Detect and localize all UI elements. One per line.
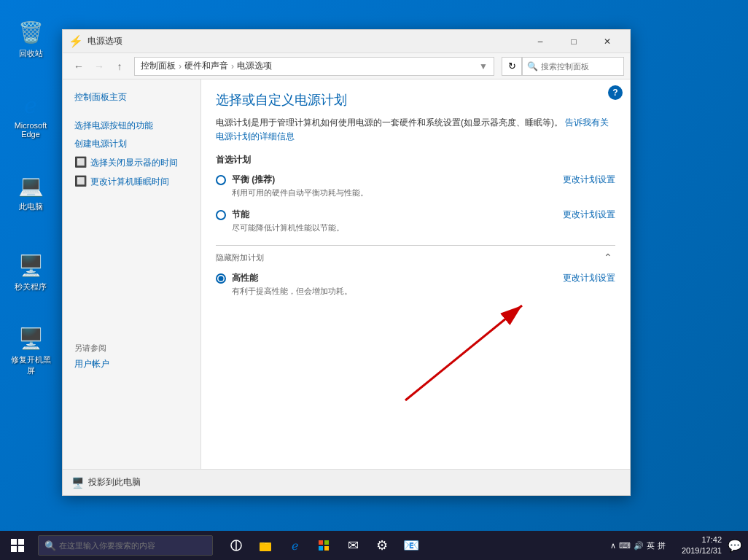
annotation-arrow — [347, 284, 551, 415]
plan-power-saver-name: 节能 — [232, 209, 344, 221]
close-button[interactable]: ✕ — [591, 30, 624, 53]
sidebar-create-plan[interactable]: 创建电源计划 — [63, 135, 200, 153]
plan-high-perf-desc: 有利于提高性能，但会增加功耗。 — [232, 286, 352, 297]
taskbar-search-input[interactable] — [59, 541, 206, 550]
svg-rect-3 — [18, 539, 24, 545]
taskbar: 🔍 ℯ — [0, 531, 748, 560]
mail-button[interactable]: ✉ — [338, 531, 367, 560]
title-bar-controls: – □ ✕ — [523, 30, 624, 53]
content-area: 控制面板主页 选择电源按钮的功能 创建电源计划 🔲 选择关闭显示器的时间 🔲 更… — [63, 79, 630, 469]
power-options-window: ⚡ 电源选项 – □ ✕ ← → ↑ 控制面板 › 硬件和声音 › 电源选项 ▼… — [62, 29, 631, 496]
help-button[interactable]: ? — [608, 85, 623, 100]
refresh-button[interactable]: ↻ — [502, 57, 522, 76]
svg-line-1 — [405, 306, 522, 400]
minimize-button[interactable]: – — [523, 30, 557, 53]
breadcrumb-power: 电源选项 — [237, 60, 272, 72]
collapse-button[interactable]: ⌃ — [601, 250, 615, 265]
task-view-icon — [230, 539, 243, 552]
edge-icon[interactable]: ℯ Microsoft Edge — [7, 88, 54, 141]
tray-keyboard[interactable]: ⌨ — [619, 541, 631, 551]
sidebar-sleep-time[interactable]: 🔲 更改计算机睡眠时间 — [63, 172, 200, 191]
taskbar-search-bar[interactable]: 🔍 — [38, 535, 213, 556]
settings-button[interactable]: ⚙ — [367, 531, 397, 560]
start-button[interactable] — [0, 531, 35, 560]
preferred-plans-label: 首选计划 — [216, 154, 615, 166]
my-computer-icon[interactable]: 💻 此电脑 — [7, 168, 54, 215]
main-panel: ? 选择或自定义电源计划 电源计划是用于管理计算机如何使用电源的一套硬件和系统设… — [201, 79, 630, 469]
radio-balanced[interactable] — [216, 175, 226, 185]
taskbar-search-icon: 🔍 — [44, 540, 56, 551]
radio-high-performance[interactable] — [216, 273, 226, 284]
quick-app-icon[interactable]: 🖥️ 秒关程序 — [7, 248, 54, 295]
sidebar-user-account[interactable]: 用户帐户 — [63, 355, 200, 373]
sidebar-home[interactable]: 控制面板主页 — [63, 88, 200, 106]
tray-input-method[interactable]: 拼 — [658, 540, 666, 551]
svg-rect-9 — [319, 540, 323, 545]
file-explorer-icon — [259, 539, 272, 552]
fix-boot-icon[interactable]: 🖥️ 修复开机黑屏 — [7, 321, 54, 379]
up-button[interactable]: ↑ — [109, 56, 130, 77]
search-bar[interactable]: 🔍 — [522, 57, 624, 76]
date-display: 2019/12/31 — [682, 545, 722, 556]
plan-balanced-name: 平衡 (推荐) — [232, 174, 368, 186]
svg-rect-4 — [11, 546, 17, 552]
main-desc: 电源计划是用于管理计算机如何使用电源的一套硬件和系统设置(如显示器亮度、睡眠等)… — [216, 116, 615, 144]
hidden-section-title: 隐藏附加计划 — [216, 252, 264, 263]
quick-app-label: 秒关程序 — [15, 281, 47, 292]
clock[interactable]: 17:42 2019/12/31 — [676, 534, 728, 557]
svg-rect-12 — [324, 546, 329, 551]
display-icon: 🔲 — [74, 156, 87, 169]
plan-balanced-settings[interactable]: 更改计划设置 — [563, 174, 615, 186]
file-explorer-button[interactable] — [251, 531, 280, 560]
main-title: 选择或自定义电源计划 — [216, 91, 615, 109]
store-icon — [317, 539, 330, 552]
edge-label: Microsoft Edge — [10, 121, 51, 139]
notification-button[interactable]: 💬 — [728, 539, 742, 553]
tray-volume[interactable]: 🔊 — [634, 541, 644, 551]
plan-high-perf-name: 高性能 — [232, 272, 352, 284]
tray-expand[interactable]: ∧ — [610, 541, 616, 551]
task-view-button[interactable] — [222, 531, 251, 560]
search-icon: 🔍 — [527, 61, 538, 71]
maximize-button[interactable]: □ — [557, 30, 591, 53]
radio-power-saver[interactable] — [216, 210, 226, 220]
plan-balanced: 平衡 (推荐) 利用可用的硬件自动平衡功耗与性能。 更改计划设置 — [216, 174, 615, 198]
forward-button[interactable]: → — [89, 56, 109, 77]
plan-high-perf-settings[interactable]: 更改计划设置 — [563, 272, 615, 284]
also-section-label: 另请参阅 — [63, 337, 200, 355]
windows-logo-icon — [10, 538, 25, 553]
hidden-plans-section: 隐藏附加计划 ⌃ 高性能 有利于提高性能，但会增加功耗。 — [216, 245, 615, 297]
project-icon: 🖥️ — [71, 477, 84, 489]
recycle-bin-icon[interactable]: 🗑️ 回收站 — [7, 15, 54, 62]
taskbar-right: ∧ ⌨ 🔊 英 拼 17:42 2019/12/31 💬 — [610, 534, 748, 557]
taskbar-icons: ℯ ✉ ⚙ 📧 — [222, 531, 426, 560]
bottom-bar-label: 投影到此电脑 — [88, 476, 141, 489]
back-button[interactable]: ← — [69, 56, 89, 77]
sleep-icon: 🔲 — [74, 175, 87, 188]
svg-rect-2 — [11, 539, 17, 545]
svg-rect-10 — [324, 540, 329, 545]
window-title: 电源选项 — [87, 35, 523, 47]
breadcrumb-control-panel[interactable]: 控制面板 — [141, 60, 176, 72]
nav-bar: ← → ↑ 控制面板 › 硬件和声音 › 电源选项 ▼ ↻ 🔍 — [63, 53, 630, 79]
edge-taskbar-button[interactable]: ℯ — [280, 531, 309, 560]
tray-lang[interactable]: 英 — [647, 540, 655, 551]
outlook-button[interactable]: 📧 — [397, 531, 426, 560]
plan-high-performance: 高性能 有利于提高性能，但会增加功耗。 更改计划设置 — [216, 272, 615, 297]
breadcrumb-dropdown[interactable]: ▼ — [479, 61, 488, 71]
plan-power-saver-settings[interactable]: 更改计划设置 — [563, 209, 615, 221]
search-input[interactable] — [541, 62, 619, 71]
sidebar-display-sleep[interactable]: 🔲 选择关闭显示器的时间 — [63, 153, 200, 172]
breadcrumb: 控制面板 › 硬件和声音 › 电源选项 ▼ — [134, 57, 494, 76]
bottom-bar: 🖥️ 投影到此电脑 — [63, 469, 630, 495]
sys-tray: ∧ ⌨ 🔊 英 拼 — [610, 540, 670, 551]
store-button[interactable] — [309, 531, 338, 560]
my-computer-label: 此电脑 — [19, 201, 43, 212]
plan-balanced-desc: 利用可用的硬件自动平衡功耗与性能。 — [232, 187, 368, 198]
svg-rect-5 — [18, 546, 24, 552]
breadcrumb-hardware[interactable]: 硬件和声音 — [184, 60, 228, 72]
plan-power-saver: 节能 尽可能降低计算机性能以节能。 更改计划设置 — [216, 209, 615, 233]
sidebar-power-button[interactable]: 选择电源按钮的功能 — [63, 117, 200, 135]
sidebar: 控制面板主页 选择电源按钮的功能 创建电源计划 🔲 选择关闭显示器的时间 🔲 更… — [63, 79, 201, 469]
svg-rect-11 — [319, 546, 323, 551]
